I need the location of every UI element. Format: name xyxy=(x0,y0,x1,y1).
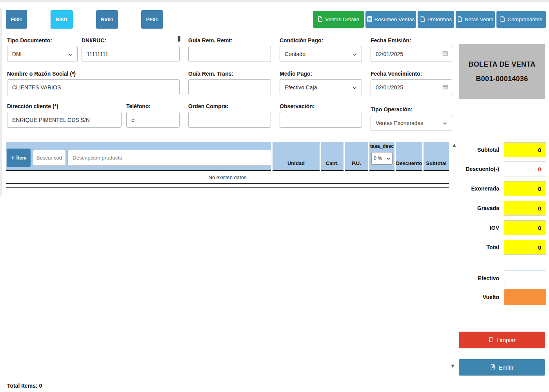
window-top-edge xyxy=(0,0,549,2)
vuelto-label: Vuelto xyxy=(451,294,504,300)
tasa-desc-value: 0 % xyxy=(374,156,382,161)
item-description-input[interactable] xyxy=(67,150,271,166)
medio-pago-value: Efectivo Caja xyxy=(285,84,317,91)
calculator-icon xyxy=(367,16,372,23)
table-bottom-rule xyxy=(6,187,449,188)
subtotal-label: Subtotal xyxy=(451,147,504,153)
orden-compra-input[interactable] xyxy=(188,112,271,128)
fecha-emision-value: 02/01/2025 xyxy=(376,51,403,57)
calendar-icon[interactable] xyxy=(442,84,448,91)
col-unidad: Unidad xyxy=(273,142,320,171)
tipo-documento-value: DNI xyxy=(12,51,22,57)
dni-ruc-input[interactable] xyxy=(82,46,180,62)
document-number: B001-00014036 xyxy=(476,75,528,83)
document-icon xyxy=(457,16,462,23)
col-cant: Cant. xyxy=(321,142,344,171)
direccion-input[interactable] xyxy=(7,112,122,128)
series-tab-b001[interactable]: B001 xyxy=(51,10,73,29)
condicion-pago-value: Contado xyxy=(285,51,305,57)
proformas-button[interactable]: Proformas xyxy=(418,11,454,28)
add-item-button[interactable]: + Ítem xyxy=(7,149,31,167)
observacion-label: Observación: xyxy=(280,103,362,109)
gravada-box: 0 xyxy=(504,201,546,216)
exonerada-box: 0 xyxy=(504,181,546,196)
tipo-documento-label: Tipo Documento: xyxy=(7,37,78,44)
series-tab-pf01[interactable]: PF01 xyxy=(141,10,163,29)
emitir-label: Emitir xyxy=(498,364,513,371)
resumen-ventas-label: Resumen Ventas xyxy=(374,16,415,22)
fecha-emision-label: Fecha Emisión: xyxy=(371,37,452,44)
document-icon xyxy=(490,364,495,371)
document-type-title: BOLETA DE VENTA xyxy=(468,60,535,69)
chevron-down-icon xyxy=(387,156,390,161)
medio-pago-select[interactable]: Efectivo Caja xyxy=(280,79,362,95)
exonerada-label: Exonerada xyxy=(451,185,504,192)
empty-message-text: No existen datos xyxy=(209,174,247,180)
series-tab-f001[interactable]: F001 xyxy=(6,10,27,29)
telefono-input[interactable] xyxy=(126,112,180,128)
window-left-edge xyxy=(0,8,2,196)
exonerada-value: 0 xyxy=(538,185,541,192)
limpiar-button[interactable]: Limpiar xyxy=(459,332,545,348)
document-icon xyxy=(420,16,425,23)
nombre-razon-label: Nombre o Razón Social (*) xyxy=(7,71,180,77)
col-cant-label: Cant. xyxy=(321,160,344,166)
tipo-operacion-label: Tipo Operación: xyxy=(371,106,452,113)
chevron-down-icon xyxy=(353,84,357,91)
limpiar-label: Limpiar xyxy=(496,337,516,343)
gravada-label: Gravada xyxy=(451,205,504,211)
scroll-down-arrow[interactable]: ▼ xyxy=(450,363,455,369)
subtotal-box: 0 xyxy=(504,142,546,157)
efectivo-input[interactable] xyxy=(504,270,546,286)
total-value: 0 xyxy=(538,244,541,251)
dni-ruc-indicator-icon xyxy=(178,36,180,42)
total-label: Total xyxy=(451,244,504,250)
descuento-label: Descuento(-) xyxy=(451,166,504,172)
ventas-detalle-button[interactable]: Ventas Detalle xyxy=(313,11,364,28)
igv-value: 0 xyxy=(538,225,541,231)
nombre-razon-input[interactable] xyxy=(7,79,180,95)
col-tasa-desc-label: tasa_desc xyxy=(369,143,394,149)
efectivo-label: Efectivo xyxy=(451,275,504,281)
condicion-pago-select[interactable]: Contado xyxy=(280,46,362,62)
descuento-input[interactable] xyxy=(504,162,546,176)
comprobantes-button[interactable]: Comprobantes xyxy=(496,11,546,28)
col-subtotal-label: Subtotal xyxy=(424,160,449,166)
col-subtotal: Subtotal xyxy=(424,142,449,171)
total-items-counter: Total Items: 0 xyxy=(7,383,42,389)
guia-rem-remt-input[interactable] xyxy=(188,46,271,62)
chevron-down-icon xyxy=(443,120,447,126)
orden-compra-label: Orden Compra: xyxy=(188,103,271,109)
col-unidad-label: Unidad xyxy=(273,160,320,166)
notas-venta-button[interactable]: Notas Venta xyxy=(456,11,495,28)
total-box: 0 xyxy=(504,240,546,255)
add-item-label: Ítem xyxy=(16,155,27,161)
col-descuento-label: Descuento xyxy=(396,160,422,166)
igv-label: IGV xyxy=(451,225,504,231)
guia-rem-trans-input[interactable] xyxy=(188,79,271,95)
calendar-icon[interactable] xyxy=(442,51,448,58)
condicion-pago-label: Condición Pago: xyxy=(280,37,362,44)
document-type-box: BOLETA DE VENTA B001-00014036 xyxy=(459,44,545,99)
items-table: Unidad Cant. P.U. tasa_desc 0 % Descuent… xyxy=(6,142,449,191)
chevron-down-icon xyxy=(353,51,357,57)
tipo-operacion-select[interactable]: Ventas Exoneradas xyxy=(371,115,452,131)
emitir-button[interactable]: Emitir xyxy=(459,359,545,376)
fecha-vencimiento-input[interactable]: 02/01/2025 xyxy=(371,79,452,95)
guia-rem-trans-label: Guía Rem. Trans: xyxy=(188,71,271,77)
col-descuento: Descuento xyxy=(396,142,422,171)
pos-billing-page: F001 B001 NV01 PF01 Ventas Detalle Resum… xyxy=(0,0,549,392)
document-icon xyxy=(500,16,505,23)
notas-venta-label: Notas Venta xyxy=(465,16,494,22)
resumen-ventas-button[interactable]: Resumen Ventas xyxy=(365,11,416,28)
direccion-label: Dirección cliente (*) xyxy=(7,103,122,109)
fecha-emision-input[interactable]: 02/01/2025 xyxy=(371,46,452,62)
table-empty-message: No existen datos xyxy=(6,172,449,184)
chevron-down-icon xyxy=(68,51,73,57)
col-pu: P.U. xyxy=(345,142,368,171)
tipo-documento-select[interactable]: DNI xyxy=(7,46,78,62)
observacion-input[interactable] xyxy=(280,112,362,128)
item-code-search-input[interactable] xyxy=(33,150,66,166)
tasa-desc-select[interactable]: 0 % xyxy=(371,152,393,165)
series-tab-nv01[interactable]: NV01 xyxy=(96,10,118,29)
